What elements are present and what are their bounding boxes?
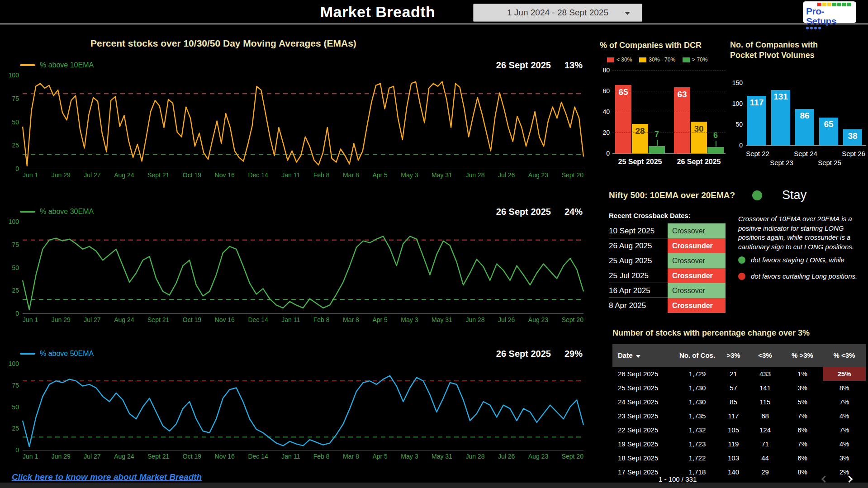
table-row: 10 Sept 2025Crossover bbox=[609, 223, 726, 238]
x-axis-tick: Mar 8 bbox=[343, 316, 359, 323]
crossback-date: 25 Aug 2025 bbox=[609, 253, 668, 268]
page-title: Market Breadth bbox=[271, 3, 484, 21]
next-page-icon[interactable] bbox=[846, 476, 853, 483]
red-dot-icon bbox=[738, 273, 745, 280]
logo-dot bbox=[806, 27, 809, 29]
latest-value-label: 26 Sept 202529% bbox=[496, 349, 584, 359]
legend-item: > 70% bbox=[683, 57, 707, 63]
red-bullet-text: dot favors curtailing Long positions. bbox=[751, 272, 857, 280]
y-axis-tick: 0 bbox=[5, 310, 19, 317]
y-axis-tick: 50 bbox=[5, 118, 19, 126]
latest-percent: 29% bbox=[564, 349, 583, 359]
legend-label: 30% - 70% bbox=[649, 57, 675, 63]
x-axis-tick: Aug 24 bbox=[114, 316, 134, 323]
x-axis-tick: Jul 27 bbox=[84, 453, 100, 460]
column-header-date[interactable]: Date bbox=[612, 351, 676, 359]
bar: 65 bbox=[615, 85, 631, 153]
green-dot-icon bbox=[738, 256, 745, 264]
table-row: 23 Sept 20251,735117687%4% bbox=[612, 409, 866, 423]
table-cell: 103 bbox=[719, 454, 748, 462]
bar: 38 bbox=[843, 129, 862, 145]
x-axis-tick: Aug 23 bbox=[528, 171, 548, 179]
legend: % above 30EMA bbox=[20, 208, 94, 216]
market-breadth-info-link[interactable]: Click here to know more about Market Bre… bbox=[12, 472, 202, 482]
table-row: 26 Aug 2025Crossunder bbox=[609, 238, 726, 253]
crossback-status: Crossover bbox=[668, 223, 726, 238]
date-range-dropdown[interactable]: 1 Jun 2024 - 28 Sept 2025 bbox=[473, 4, 642, 22]
x-axis-tick: Jan 11 bbox=[281, 453, 300, 460]
x-axis-tick: Jun 1 bbox=[23, 316, 38, 323]
nifty-section-title: Nifty 500: 10EMA over 20EMA? bbox=[609, 190, 735, 200]
table-cell: 24 Sept 2025 bbox=[612, 398, 676, 406]
legend-swatch bbox=[683, 57, 690, 62]
x-axis-tick: Apr 5 bbox=[372, 453, 387, 460]
legend-item: < 30% bbox=[607, 57, 632, 63]
table-cell: 105 bbox=[719, 426, 748, 434]
table-row: 25 Aug 2025Crossover bbox=[609, 253, 726, 268]
dcr-chart-title: % of Companies with DCR bbox=[600, 41, 731, 50]
table-cell: 1,735 bbox=[676, 412, 719, 420]
x-axis-tick: Nov 16 bbox=[215, 453, 235, 460]
logo-square bbox=[832, 3, 836, 6]
crossback-date: 26 Aug 2025 bbox=[609, 238, 668, 253]
dcr-plot-area: 6528763306806040200 bbox=[612, 70, 726, 154]
stocks-change-table: Number of stocks with percentage change … bbox=[612, 328, 866, 479]
x-axis-tick: Jun 1 bbox=[23, 453, 38, 460]
latest-date: 26 Sept 2025 bbox=[496, 207, 551, 217]
ema-charts-title: Percent stocks over 10/30/50 Day Moving … bbox=[90, 38, 356, 49]
x-axis-tick: Jul 26 bbox=[498, 453, 515, 460]
x-axis-tick: Feb 8 bbox=[313, 453, 330, 460]
y-axis-tick: 25 bbox=[5, 142, 19, 149]
x-axis-tick: Jun 1 bbox=[23, 171, 38, 179]
table-row: 16 Apr 2025Crossover bbox=[609, 283, 726, 298]
column-header: No. of Cos. bbox=[676, 351, 719, 359]
bar: 131 bbox=[771, 90, 790, 145]
x-axis-tick: Dec 14 bbox=[248, 316, 268, 323]
latest-percent: 24% bbox=[564, 207, 583, 217]
table-row: 25 Sept 20251,730571413%8% bbox=[612, 381, 866, 395]
sort-caret-icon bbox=[636, 355, 640, 358]
logo-square bbox=[837, 3, 841, 6]
table-cell: 7% bbox=[782, 440, 823, 448]
gridline bbox=[612, 70, 726, 71]
table-row: 24 Sept 20251,730851155%7% bbox=[612, 395, 866, 409]
previous-page-icon[interactable] bbox=[821, 476, 829, 483]
x-axis-tick: Sept 21 bbox=[147, 171, 169, 179]
pocket-pivot-x-axis: Sept 22Sept 23Sept 24Sept 25Sept 26 bbox=[747, 146, 866, 165]
x-axis-tick: Jul 27 bbox=[84, 171, 100, 179]
crossback-dates-title: Recent Crossback Dates: bbox=[609, 212, 691, 219]
x-axis-tick: May 3 bbox=[401, 453, 418, 460]
x-axis-tick: Jun 29 bbox=[52, 171, 71, 179]
x-axis-tick: Sept 20 bbox=[562, 453, 583, 460]
logo-dot bbox=[814, 27, 817, 29]
x-axis-tick: Oct 19 bbox=[183, 171, 201, 179]
ema-10-chart: % above 10EMA 26 Sept 202513% 1007550250… bbox=[4, 60, 584, 179]
legend-swatch bbox=[20, 211, 35, 213]
y-axis-tick: 0 bbox=[600, 150, 610, 157]
dcr-chart: % of Companies with DCR < 30%30% - 70%> … bbox=[600, 41, 731, 166]
bar-value-label: 131 bbox=[771, 92, 790, 102]
table-cell: 1,730 bbox=[676, 398, 719, 406]
y-axis-tick: 100 bbox=[5, 360, 19, 367]
x-axis-tick: Jul 26 bbox=[498, 171, 515, 179]
x-axis-tick: Sept 20 bbox=[562, 171, 583, 179]
line-series bbox=[23, 222, 583, 313]
table-cell: 44 bbox=[748, 454, 782, 462]
legend-label: % above 10EMA bbox=[40, 61, 94, 69]
x-axis: Jun 1Jun 29Jul 27Aug 24Sept 21Oct 19Nov … bbox=[23, 171, 583, 179]
crossback-status: Crossunder bbox=[668, 298, 726, 313]
x-axis-tick: Oct 19 bbox=[183, 453, 201, 460]
y-axis-tick: 150 bbox=[730, 79, 743, 86]
table-cell: 6% bbox=[782, 454, 823, 462]
legend-swatch bbox=[20, 353, 35, 355]
x-axis-tick: Jun 29 bbox=[52, 453, 71, 460]
y-axis-tick: 100 bbox=[5, 71, 19, 79]
table-cell: 21 bbox=[719, 370, 748, 378]
x-axis-tick: Oct 19 bbox=[183, 316, 201, 323]
pocket-pivot-title: No. of Companies with Pocket Pivot Volum… bbox=[730, 40, 834, 60]
bar-group: 63306 bbox=[674, 87, 724, 153]
table-cell: 115 bbox=[748, 398, 782, 406]
column-header: <3% bbox=[748, 351, 782, 359]
x-axis-tick: May 3 bbox=[401, 171, 418, 179]
x-axis-tick: Aug 24 bbox=[114, 171, 134, 179]
